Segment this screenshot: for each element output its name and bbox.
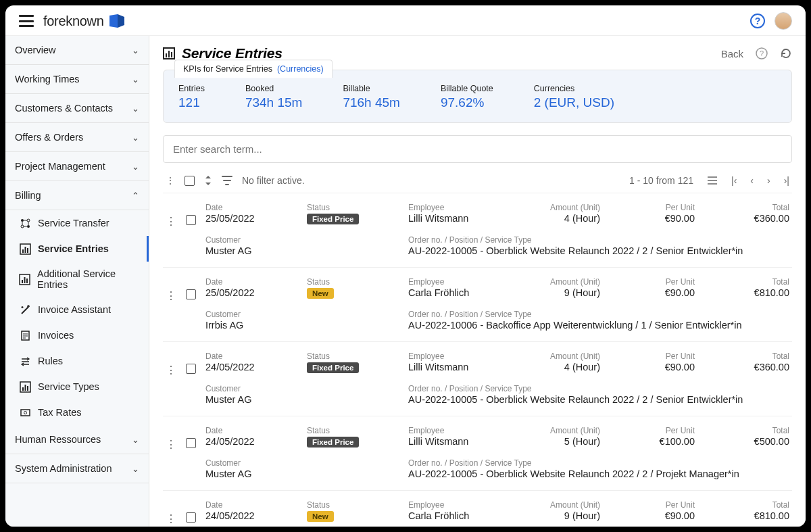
amount-value: 9 (Hour)	[512, 510, 600, 521]
status-badge: Fixed Price	[307, 437, 359, 448]
sidebar-group[interactable]: Offers & Orders⌄	[5, 123, 149, 152]
refresh-icon[interactable]	[780, 47, 792, 59]
row-more-icon[interactable]: ⋮	[166, 289, 176, 302]
row-more-icon[interactable]: ⋮	[166, 438, 176, 451]
total-label: Total	[702, 277, 789, 287]
row-more-icon[interactable]: ⋮	[166, 215, 176, 228]
date-value: 24/05/2022	[205, 436, 300, 447]
customer-label: Customer	[205, 235, 401, 245]
sidebar-item[interactable]: Tax Rates	[5, 400, 149, 425]
svg-rect-17	[21, 410, 30, 416]
row-more-icon[interactable]: ⋮	[166, 364, 176, 377]
last-page-icon[interactable]: ›|	[784, 175, 789, 186]
kpi-currencies-link[interactable]: (Currencies)	[277, 64, 324, 74]
order-value: AU-2022-10005 - Oberblick Website Relaun…	[408, 245, 789, 256]
date-label: Date	[205, 500, 300, 510]
sidebar-item[interactable]: Invoices	[5, 322, 149, 348]
sidebar-item[interactable]: Invoice Assistant	[5, 297, 149, 322]
order-label: Order no. / Position / Service Type	[408, 310, 789, 319]
svg-rect-15	[24, 385, 26, 391]
total-label: Total	[702, 426, 789, 435]
customer-label: Customer	[205, 384, 401, 393]
kpi-item: Currencies2 (EUR, USD)	[534, 84, 614, 110]
sidebar-item[interactable]: Rules	[5, 348, 149, 374]
kpi-value: 716h 45m	[343, 95, 400, 110]
list-toolbar: ⋮ No filter active. 1 - 10 from 121 |‹ ‹	[163, 168, 792, 193]
sidebar-item-label: Invoice Assistant	[38, 304, 111, 315]
brand-logo-icon	[108, 14, 126, 28]
status-badge: Fixed Price	[307, 362, 359, 373]
svg-point-18	[24, 411, 26, 414]
row-more-icon[interactable]: ⋮	[166, 512, 176, 525]
svg-point-3	[27, 225, 30, 228]
kpi-tab[interactable]: KPIs for Service Entries (Currencies)	[174, 59, 333, 78]
amount-value: 9 (Hour)	[512, 287, 600, 298]
svg-rect-11	[26, 279, 28, 283]
row-checkbox[interactable]	[186, 289, 196, 299]
per-unit-value: €90.00	[607, 213, 695, 224]
select-all-checkbox[interactable]	[185, 176, 195, 186]
sidebar-item-label: Service Types	[38, 381, 99, 392]
transfer-icon	[19, 217, 31, 229]
amount-label: Amount (Unit)	[512, 277, 600, 287]
date-label: Date	[205, 277, 300, 287]
sidebar-group[interactable]: System Administration⌄	[5, 454, 149, 483]
menu-icon[interactable]	[19, 15, 34, 27]
employee-label: Employee	[408, 426, 506, 435]
back-link[interactable]: Back	[721, 48, 743, 59]
entry-row: ⋮Date25/05/2022StatusFixed PriceEmployee…	[163, 193, 792, 267]
status-label: Status	[307, 500, 401, 510]
bars-icon	[163, 47, 175, 59]
status-badge: Fixed Price	[307, 214, 359, 224]
avatar[interactable]	[775, 12, 792, 30]
sidebar-item[interactable]: Service Transfer	[5, 210, 149, 236]
help-icon[interactable]: ?	[756, 47, 768, 59]
entry-row: ⋮Date24/05/2022StatusNewEmployeeCarla Fr…	[163, 490, 792, 527]
next-page-icon[interactable]: ›	[767, 175, 770, 186]
sidebar-group[interactable]: Project Management⌄	[5, 152, 149, 181]
prev-page-icon[interactable]: ‹	[750, 175, 754, 186]
help-icon[interactable]: ?	[750, 14, 765, 28]
kpi-item: Entries121	[178, 84, 205, 110]
bars-icon	[19, 243, 31, 255]
employee-value: Lilli Witsmann	[408, 362, 506, 372]
chevron-down-icon: ⌄	[132, 74, 139, 84]
sidebar-item-label: Additional Service Entries	[37, 268, 139, 290]
svg-rect-7	[27, 248, 28, 253]
order-value: AU-2022-10005 - Oberblick Website Relaun…	[408, 394, 789, 405]
svg-rect-5	[22, 249, 24, 253]
sidebar-group[interactable]: Billing⌃	[5, 181, 149, 210]
sidebar-group-label: Billing	[15, 190, 41, 201]
sidebar-group-label: Working Times	[15, 74, 80, 84]
row-checkbox[interactable]	[186, 512, 196, 523]
sidebar-group[interactable]: Customers & Contacts⌄	[5, 94, 149, 123]
more-icon[interactable]: ⋮	[166, 175, 175, 186]
bars-plus-icon	[19, 273, 30, 285]
sidebar-item[interactable]: Additional Service Entries	[5, 262, 149, 297]
date-label: Date	[205, 426, 300, 435]
row-checkbox[interactable]	[186, 438, 196, 448]
search-input[interactable]	[163, 135, 792, 163]
amount-label: Amount (Unit)	[512, 500, 600, 510]
density-icon[interactable]	[707, 176, 718, 185]
status-value: New	[307, 510, 401, 522]
customer-value: Muster AG	[205, 394, 401, 405]
svg-rect-6	[24, 247, 26, 253]
chevron-down-icon: ⌄	[132, 464, 139, 474]
row-checkbox[interactable]	[186, 215, 196, 225]
filter-icon[interactable]	[222, 176, 232, 185]
row-checkbox[interactable]	[186, 364, 196, 374]
sidebar-group[interactable]: Overview⌄	[5, 36, 149, 65]
sort-icon[interactable]	[204, 175, 212, 186]
kpi-item: Billable716h 45m	[343, 84, 400, 110]
sidebar-group[interactable]: Working Times⌄	[5, 65, 149, 94]
sidebar-item[interactable]: Service Entries	[5, 236, 149, 262]
sidebar-item[interactable]: Service Types	[5, 374, 149, 400]
status-label: Status	[307, 352, 401, 361]
rules-icon	[19, 355, 31, 367]
sidebar-group[interactable]: Human Ressources⌄	[5, 425, 149, 454]
sidebar-group-label: Project Management	[15, 161, 105, 172]
chevron-down-icon: ⌄	[132, 103, 139, 114]
total-value: €500.00	[702, 436, 789, 447]
first-page-icon[interactable]: |‹	[731, 175, 737, 186]
